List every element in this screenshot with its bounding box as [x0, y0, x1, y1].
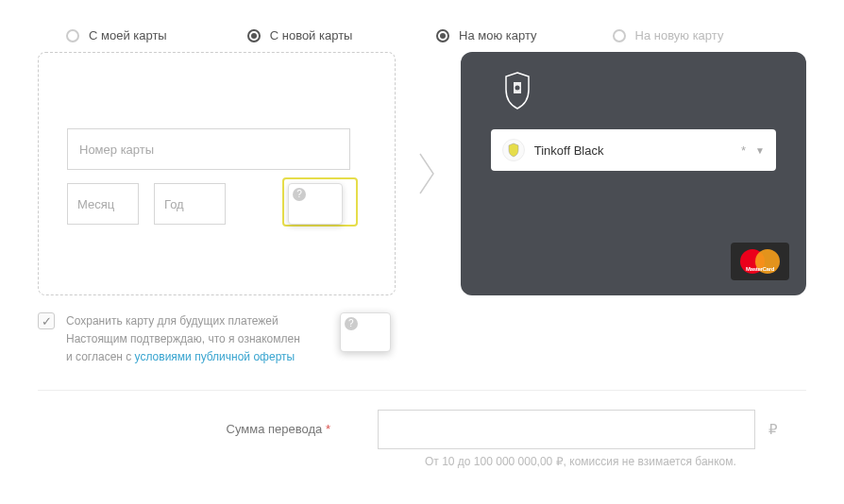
destination-account-select[interactable]: Tinkoff Black * ▼ — [491, 129, 776, 171]
from-card-panel: ? — [38, 52, 396, 295]
radio-label: С новой карты — [270, 28, 353, 42]
account-coat-icon — [502, 139, 525, 161]
radio-from-new-card[interactable]: С новой карты — [247, 28, 353, 42]
tinkoff-logo-icon — [497, 69, 538, 110]
amount-label: Сумма перевода * — [38, 422, 378, 436]
currency-symbol: ₽ — [768, 421, 778, 438]
radio-icon-selected — [247, 29, 261, 42]
svg-point-1 — [515, 86, 519, 91]
account-mask: * — [741, 143, 746, 158]
radio-icon — [613, 29, 626, 42]
save-card-text: Сохранить карту для будущих платежей Нас… — [66, 312, 300, 367]
account-name: Tinkoff Black — [534, 143, 732, 158]
radio-label: На мою карту — [459, 28, 537, 42]
expiry-year-input[interactable] — [154, 183, 226, 225]
cvv-wrapper: ? — [288, 183, 343, 225]
radio-icon-selected — [436, 29, 449, 42]
radio-label: На новую карту — [635, 28, 724, 42]
save-card-checkbox[interactable]: ✓ — [38, 312, 55, 329]
radio-to-my-card[interactable]: На мою карту — [436, 28, 537, 42]
mastercard-logo-icon: MasterCard — [731, 243, 789, 280]
to-card-panel: Tinkoff Black * ▼ MasterCard — [461, 52, 806, 295]
transfer-arrow-icon — [414, 145, 442, 202]
cvv-input[interactable]: ? — [288, 183, 343, 225]
radio-icon — [66, 29, 79, 42]
radio-to-new-card[interactable]: На новую карту — [613, 28, 724, 42]
public-offer-link[interactable]: условиями публичной оферты — [135, 350, 295, 363]
radio-label: С моей карты — [89, 28, 167, 42]
help-tooltip-box[interactable]: ? — [340, 312, 391, 352]
chevron-down-icon: ▼ — [755, 145, 765, 156]
amount-hint-text: От 10 до 100 000 000,00 ₽, комиссия не в… — [425, 455, 806, 468]
expiry-month-input[interactable] — [67, 183, 139, 225]
card-number-input[interactable] — [67, 128, 350, 170]
help-icon: ? — [345, 317, 358, 330]
required-star-icon: * — [326, 422, 330, 436]
help-icon[interactable]: ? — [293, 188, 306, 201]
radio-from-my-card[interactable]: С моей карты — [66, 28, 167, 42]
transfer-amount-input[interactable] — [378, 410, 755, 449]
